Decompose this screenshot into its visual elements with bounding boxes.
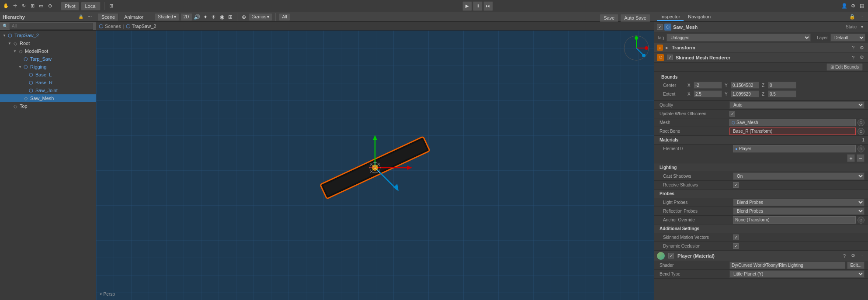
shader-field[interactable]: Dy/Curved World/Toony/Rim Lighting [729, 262, 845, 269]
tree-item-trapsaw2[interactable]: ▼ ⬡ TrapSaw_2 [0, 31, 96, 39]
separator-2 [104, 2, 104, 10]
tab-navigation[interactable]: Navigation [684, 13, 714, 21]
scene-lighting-icon[interactable]: ☀ [210, 14, 217, 21]
edit-bounds-button[interactable]: ⊞ Edit Bounds [826, 63, 863, 71]
tree-item-root[interactable]: ▼ ◇ Root [0, 39, 96, 47]
transform-header[interactable]: ↕ ▶ Transform ? ⚙ [654, 43, 868, 52]
smr-settings-icon[interactable]: ⚙ [858, 54, 865, 61]
z-label-e: Z [762, 92, 767, 97]
player-mat-question[interactable]: ? [841, 252, 848, 259]
player-picker-btn[interactable]: ⊙ [858, 145, 865, 152]
skybox-icon[interactable]: ◉ [219, 14, 226, 21]
scene-toolbar: Scene Animator Shaded ▾ 2D 🔊 ✦ ☀ ◉ ⊞ ⊕ G… [96, 12, 654, 22]
local-button[interactable]: Local [81, 2, 100, 10]
breadcrumb-scenes[interactable]: Scenes [105, 24, 121, 29]
shader-edit-button[interactable]: Edit... [847, 262, 865, 269]
layout-icon[interactable]: ▤ [858, 3, 865, 10]
tree-item-rigging[interactable]: ▼ ⬡ Rigging [0, 63, 96, 71]
lock-icon-inspector[interactable]: 🔒 [849, 14, 856, 21]
tree-item-sawjoint[interactable]: ▶ ⬡ Saw_Joint [0, 86, 96, 94]
dynamic-occlusion-check[interactable] [733, 243, 739, 249]
tree-item-tarpsaw[interactable]: ▶ ⬡ Tarp_Saw [0, 55, 96, 63]
reflection-probes-select[interactable]: Blend Probes [733, 207, 865, 215]
play-button[interactable]: ▶ [462, 1, 472, 11]
tab-scene[interactable]: Scene [98, 14, 119, 21]
scale-icon[interactable]: ⊞ [29, 3, 36, 10]
cast-shadows-select[interactable]: On [733, 172, 865, 180]
bounds-extent-y[interactable] [731, 90, 759, 97]
gizmos-dropdown[interactable]: Gizmos ▾ [249, 13, 273, 21]
anchor-picker-btn[interactable]: ⊙ [858, 217, 865, 224]
hierarchy-header: Hierarchy 🔒 ⋯ [0, 12, 96, 22]
step-button[interactable]: ⏭ [483, 1, 493, 11]
root-bone-field[interactable]: 𝆈 Base_R (Transform) [729, 128, 856, 135]
search2-icon[interactable]: ⊕ [240, 14, 247, 21]
bounds-center-z[interactable] [768, 82, 796, 89]
bounds-center-x[interactable] [694, 82, 722, 89]
tab-animator[interactable]: Animator [121, 14, 147, 21]
pivot-button[interactable]: Pivot [61, 2, 79, 10]
move-icon[interactable]: ✛ [11, 3, 18, 10]
player-mat-enabled[interactable] [668, 253, 674, 259]
shaded-dropdown[interactable]: Shaded ▾ [155, 13, 179, 21]
update-offscreen-check[interactable] [729, 111, 735, 117]
hierarchy-lock-icon[interactable]: 🔒 [77, 14, 84, 21]
all-dropdown[interactable]: All [279, 13, 290, 21]
anchor-override-field[interactable]: None (Transform) [733, 216, 856, 224]
bounds-extent-z[interactable] [768, 90, 796, 97]
tree-item-sawmesh[interactable]: ▶ ◇ Saw_Mesh [0, 94, 96, 102]
scene-content[interactable]: Y X Z < Persp [96, 31, 654, 300]
2d-button[interactable]: 2D [181, 13, 192, 21]
player-mat-more[interactable]: ⋮ [858, 252, 865, 259]
rect-icon[interactable]: ▭ [38, 3, 45, 10]
hierarchy-search-input[interactable] [10, 23, 93, 30]
tree-item-top[interactable]: ▶ ◇ Top [0, 102, 96, 110]
skinned-motion-vectors-check[interactable] [733, 234, 739, 240]
tree-item-basel[interactable]: ▶ ⬡ Base_L [0, 71, 96, 79]
bounds-extent-x[interactable] [694, 90, 722, 97]
quality-select[interactable]: Auto [729, 101, 865, 109]
tag-select[interactable]: Untagged [667, 34, 811, 41]
smr-enabled-toggle[interactable] [667, 55, 673, 60]
player-mat-settings[interactable]: ⚙ [850, 252, 857, 259]
bounds-extent-label: Extent [663, 92, 685, 97]
hierarchy-more-icon[interactable]: ⋯ [86, 14, 93, 21]
player-obj-icon: ● [735, 147, 737, 151]
player-field[interactable]: ● Player [733, 145, 856, 152]
root-bone-picker-btn[interactable]: ⊙ [858, 128, 865, 135]
remove-material-btn[interactable]: − [857, 154, 865, 162]
tree-item-modelroot[interactable]: ▼ ◇ ModelRoot [0, 47, 96, 55]
smr-question-icon[interactable]: ? [850, 54, 857, 61]
mesh-field[interactable]: ⬡ Saw_Mesh [729, 119, 856, 126]
add-material-btn[interactable]: + [847, 154, 855, 162]
tree-item-baser[interactable]: ▶ ⬡ Base_R [0, 79, 96, 86]
fx-icon[interactable]: ✦ [202, 14, 209, 21]
bend-type-select[interactable]: Little Planet (Y) [729, 270, 865, 278]
rotate-icon[interactable]: ↻ [20, 3, 27, 10]
grid-icon[interactable]: ⊞ [108, 3, 115, 10]
transform-question-icon[interactable]: ? [850, 44, 857, 51]
pause-button[interactable]: ⏸ [473, 1, 483, 11]
more-icon-inspector[interactable]: ⋮ [858, 14, 865, 21]
mesh-picker-btn[interactable]: ⊙ [858, 119, 865, 126]
grid2-icon[interactable]: ⊞ [227, 14, 234, 21]
save-button[interactable]: Save [600, 14, 618, 22]
auto-save-button[interactable]: Auto Save [620, 14, 650, 22]
element0-value: ● Player ⊙ [733, 145, 865, 152]
layer-select[interactable]: Default [830, 34, 865, 41]
object-active-toggle[interactable] [657, 24, 663, 30]
static-dropdown-icon[interactable]: ▾ [858, 24, 865, 31]
audio-icon[interactable]: 🔊 [194, 14, 201, 21]
bounds-center-y[interactable] [731, 82, 759, 89]
transform-settings-icon[interactable]: ⚙ [858, 44, 865, 51]
collab-icon[interactable]: 👤 [841, 3, 848, 10]
scene-gizmo[interactable]: Y X Z [623, 35, 649, 61]
light-probes-select[interactable]: Blend Probes [733, 199, 865, 206]
receive-shadows-label: Receive Shadows [663, 183, 733, 187]
receive-shadows-check[interactable] [733, 182, 739, 188]
tab-inspector[interactable]: Inspector [657, 13, 684, 21]
hand-icon[interactable]: ✋ [3, 3, 10, 10]
breadcrumb-object[interactable]: TrapSaw_2 [132, 24, 156, 29]
transform-icon[interactable]: ⊕ [46, 3, 53, 10]
layers-icon[interactable]: ⚙ [850, 3, 857, 10]
